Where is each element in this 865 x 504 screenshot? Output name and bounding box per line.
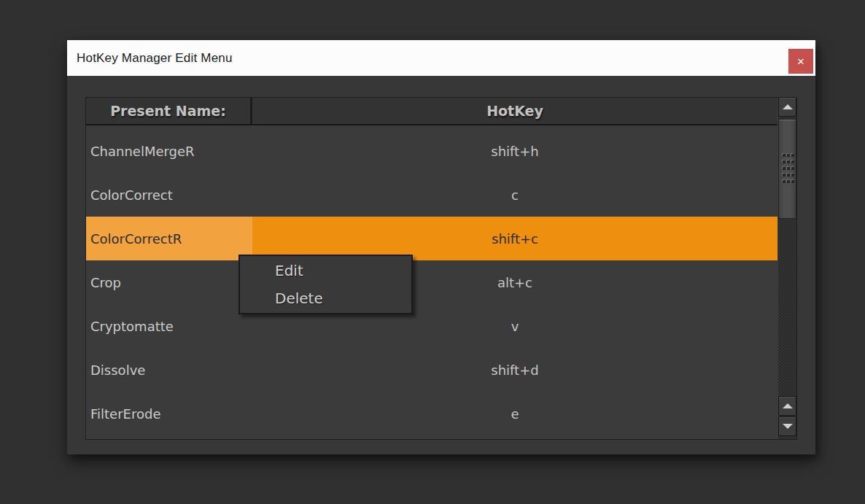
- hotkey-cell: e: [252, 392, 777, 435]
- scroll-up-button[interactable]: [778, 97, 796, 117]
- table-body: ChannelMergeRshift+hColorCorrectcColorCo…: [86, 129, 777, 435]
- column-header-present-name[interactable]: Present Name:: [86, 98, 252, 124]
- table-row[interactable]: Cryptomattev: [86, 304, 777, 348]
- hotkey-cell: shift+d: [252, 348, 777, 392]
- preset-name-cell: FilterErode: [86, 392, 252, 435]
- scrollbar-grip-icon: [782, 153, 794, 185]
- arrow-up-icon: [783, 403, 793, 408]
- preset-name-cell: Cryptomatte: [86, 304, 252, 348]
- column-header-hotkey[interactable]: HotKey: [252, 98, 777, 124]
- hotkey-cell: shift+c: [252, 217, 777, 260]
- scroll-down-button[interactable]: [778, 416, 796, 436]
- context-menu-item-delete[interactable]: Delete: [240, 284, 411, 312]
- window-title: HotKey Manager Edit Menu: [67, 51, 233, 66]
- close-icon: ✕: [797, 57, 805, 66]
- close-button[interactable]: ✕: [788, 49, 813, 74]
- preset-name-cell: ColorCorrect: [86, 173, 252, 217]
- preset-name-cell: ColorCorrectR: [86, 217, 252, 260]
- context-menu-item-edit[interactable]: Edit: [240, 257, 411, 284]
- preset-name-cell: ChannelMergeR: [86, 129, 252, 173]
- preset-name-cell: Crop: [86, 260, 252, 304]
- desktop-background: HotKey Manager Edit Menu ✕ Present Name:…: [0, 0, 865, 504]
- table-row[interactable]: Cropalt+c: [86, 260, 777, 304]
- hotkey-cell: shift+h: [252, 129, 777, 173]
- arrow-up-icon: [783, 104, 793, 109]
- table-row[interactable]: ColorCorrectc: [86, 173, 777, 217]
- table-row[interactable]: ColorCorrectRshift+c: [86, 217, 777, 260]
- context-menu: EditDelete: [238, 255, 413, 314]
- table-row[interactable]: FilterErodee: [86, 392, 777, 435]
- titlebar[interactable]: HotKey Manager Edit Menu ✕: [67, 40, 815, 76]
- scroll-up-button-bottom[interactable]: [778, 396, 796, 416]
- table-row[interactable]: ChannelMergeRshift+h: [86, 129, 777, 173]
- hotkey-cell: c: [252, 173, 777, 217]
- hotkey-manager-window: HotKey Manager Edit Menu ✕ Present Name:…: [67, 40, 815, 454]
- hotkey-table: Present Name: HotKey ChannelMergeRshift+…: [85, 97, 797, 440]
- table-header-row: Present Name: HotKey: [86, 98, 777, 125]
- arrow-down-icon: [783, 424, 793, 429]
- vertical-scrollbar[interactable]: [778, 97, 796, 439]
- scrollbar-thumb[interactable]: [778, 119, 796, 219]
- table-row[interactable]: Dissolveshift+d: [86, 348, 777, 392]
- preset-name-cell: Dissolve: [86, 348, 252, 392]
